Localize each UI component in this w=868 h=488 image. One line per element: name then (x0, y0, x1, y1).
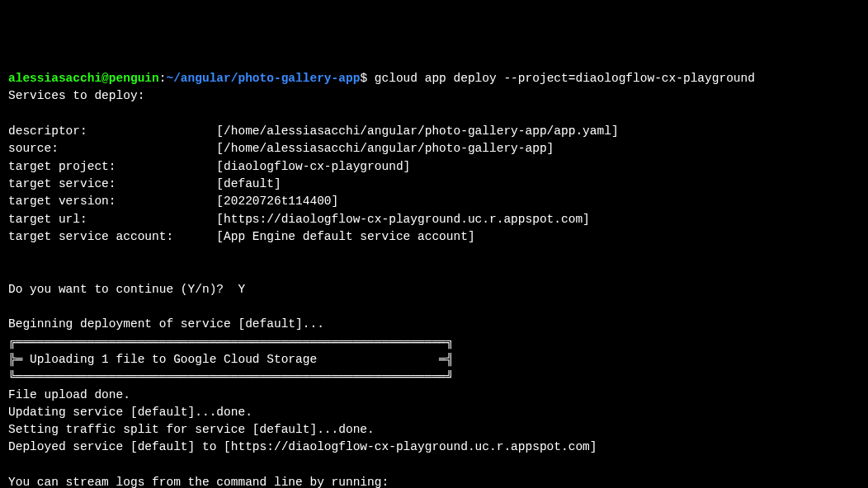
box-mid: ╠═ Uploading 1 file to Google Cloud Stor… (8, 353, 454, 366)
target-url-label: target url: (8, 213, 216, 226)
target-service-label: target service: (8, 177, 216, 190)
target-sa-row: target service account: [App Engine defa… (8, 230, 475, 243)
target-version-value: [20220726t114400] (216, 195, 338, 208)
logs-hint: You can stream logs from the command lin… (8, 476, 389, 488)
terminal-output[interactable]: alessiasacchi@penguin:~/angular/photo-ga… (8, 70, 860, 488)
target-url-row: target url: [https://diaologflow-cx-play… (8, 213, 590, 226)
target-version-row: target version: [20220726t114400] (8, 195, 338, 208)
source-value: [/home/alessiasacchi/angular/photo-galle… (216, 142, 554, 155)
target-url-value: [https://diaologflow-cx-playground.uc.r.… (216, 213, 589, 226)
box-top: ╔═══════════════════════════════════════… (8, 336, 454, 349)
user-host: alessiasacchi@penguin (8, 72, 159, 85)
command[interactable]: gcloud app deploy --project=diaologflow-… (375, 72, 755, 85)
descriptor-label: descriptor: (8, 124, 216, 138)
target-service-value: [default] (216, 177, 281, 190)
upload-done: File upload done. (8, 388, 130, 401)
target-sa-value: [App Engine default service account] (216, 230, 474, 243)
target-project-label: target project: (8, 160, 216, 173)
target-service-row: target service: [default] (8, 177, 281, 190)
source-row: source: [/home/alessiasacchi/angular/pho… (8, 142, 554, 155)
target-project-row: target project: [diaologflow-cx-playgrou… (8, 160, 410, 173)
target-version-label: target version: (8, 195, 216, 208)
confirm-row: Do you want to continue (Y/n)? Y (8, 283, 245, 296)
box-bot: ╚═══════════════════════════════════════… (8, 370, 454, 383)
services-header: Services to deploy: (8, 89, 144, 102)
traffic: Setting traffic split for service [defau… (8, 423, 375, 436)
updating: Updating service [default]...done. (8, 406, 252, 419)
descriptor-value: [/home/alessiasacchi/angular/photo-galle… (216, 124, 618, 138)
source-label: source: (8, 142, 216, 155)
prompt-line: alessiasacchi@penguin:~/angular/photo-ga… (8, 72, 755, 85)
descriptor-row: descriptor: [/home/alessiasacchi/angular… (8, 124, 619, 138)
cwd: ~/angular/photo-gallery-app (166, 72, 360, 85)
confirm-prompt: Do you want to continue (Y/n)? (8, 283, 238, 296)
begin-deploy: Beginning deployment of service [default… (8, 317, 324, 331)
confirm-answer[interactable]: Y (238, 283, 245, 296)
target-sa-label: target service account: (8, 230, 216, 243)
deployed: Deployed service [default] to [https://d… (8, 440, 597, 453)
dollar: $ (360, 72, 374, 85)
target-project-value: [diaologflow-cx-playground] (216, 160, 410, 173)
